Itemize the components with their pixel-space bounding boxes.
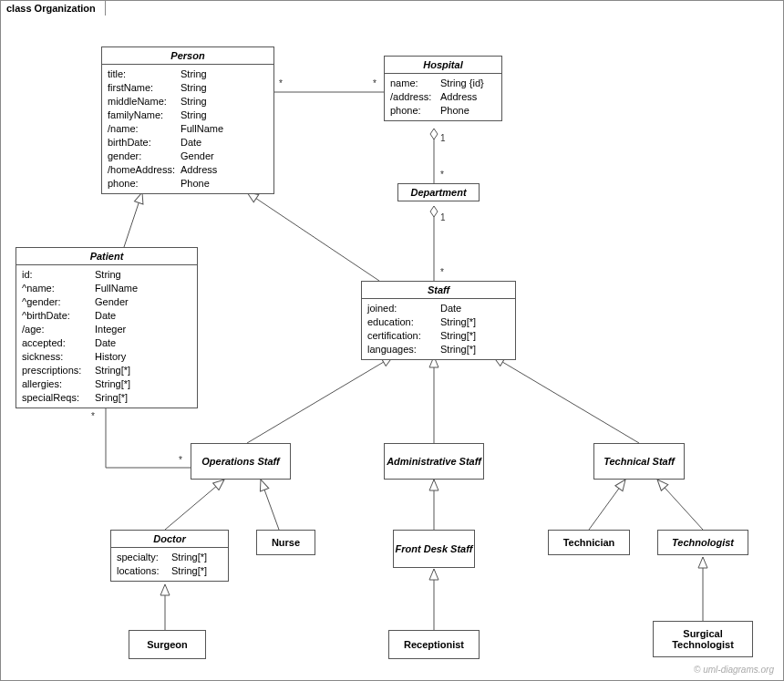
class-person: Person title:String firstName:String mid… [101, 46, 274, 194]
class-department-title: Department [398, 184, 479, 201]
class-hospital: Hospital name:String {id} /address:Addre… [384, 56, 502, 121]
mult-patient-opstaff-left: * [91, 411, 95, 421]
svg-line-12 [657, 480, 703, 530]
class-receptionist: Receptionist [388, 630, 480, 659]
class-nurse: Nurse [256, 530, 315, 555]
class-technical-staff: Technical Staff [593, 443, 685, 480]
class-staff: Staff joined:Date education:String[*] ce… [361, 281, 516, 360]
class-person-title: Person [102, 47, 273, 65]
class-staff-title: Staff [362, 282, 515, 299]
class-technologist: Technologist [657, 530, 748, 555]
mult-hosp-dept-top: 1 [440, 133, 446, 143]
class-patient-title: Patient [16, 248, 197, 265]
class-doctor-title: Doctor [111, 531, 228, 548]
mult-dept-staff-bot: * [440, 267, 444, 277]
class-front-desk-staff: Front Desk Staff [393, 530, 475, 568]
class-patient: Patient id:String ^name:FullName ^gender… [15, 247, 198, 408]
mult-dept-staff-top: 1 [440, 212, 446, 222]
class-hospital-title: Hospital [385, 57, 501, 74]
mult-hosp-dept-bot: * [440, 170, 444, 180]
watermark: © uml-diagrams.org [694, 665, 774, 675]
svg-line-5 [247, 356, 393, 443]
diagram-title: class Organization [0, 0, 106, 15]
svg-line-4 [247, 192, 379, 281]
mult-patient-opstaff-right: * [179, 455, 182, 465]
class-department: Department [397, 183, 480, 201]
class-operations-staff: Operations Staff [191, 443, 291, 480]
svg-line-3 [124, 192, 142, 247]
svg-line-8 [165, 480, 224, 530]
class-surgeon: Surgeon [129, 630, 206, 659]
class-administrative-staff: Administrative Staff [384, 443, 484, 480]
svg-line-9 [261, 480, 279, 530]
svg-line-7 [493, 356, 639, 443]
mult-person-hospital-left: * [279, 78, 283, 88]
class-surgical-technologist: Surgical Technologist [653, 621, 753, 657]
class-doctor: Doctor specialty:String[*] locations:Str… [110, 530, 229, 582]
class-technician: Technician [548, 530, 630, 555]
svg-line-11 [589, 480, 625, 530]
mult-person-hospital-right: * [373, 78, 377, 88]
